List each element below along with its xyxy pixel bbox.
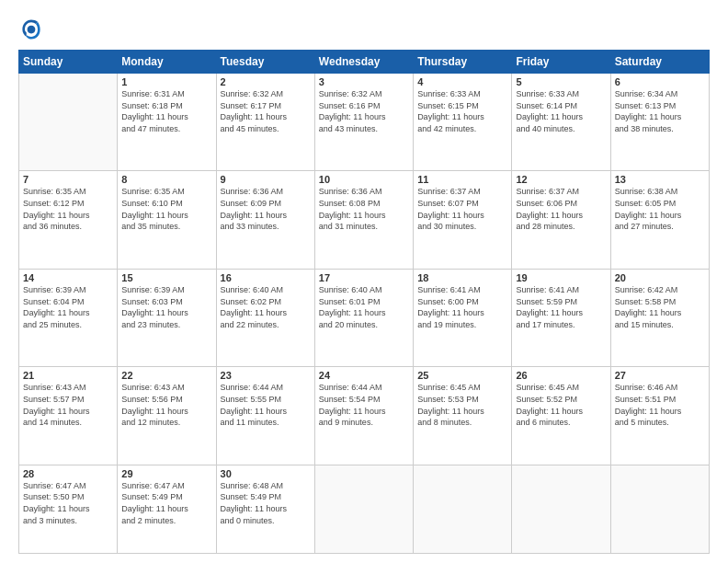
day-number: 27: [615, 370, 705, 381]
page: SundayMondayTuesdayWednesdayThursdayFrid…: [0, 0, 728, 563]
col-header-monday: Monday: [118, 51, 216, 74]
day-info: Sunrise: 6:45 AM Sunset: 5:52 PM Dayligh…: [516, 382, 606, 428]
day-number: 1: [121, 76, 211, 87]
col-header-friday: Friday: [512, 51, 610, 74]
week-row-2: 7Sunrise: 6:35 AM Sunset: 6:12 PM Daylig…: [19, 171, 710, 269]
day-cell: [414, 465, 512, 553]
day-info: Sunrise: 6:33 AM Sunset: 6:15 PM Dayligh…: [417, 88, 507, 134]
day-cell: 19Sunrise: 6:41 AM Sunset: 5:59 PM Dayli…: [512, 269, 610, 366]
day-info: Sunrise: 6:34 AM Sunset: 6:13 PM Dayligh…: [615, 88, 705, 134]
day-info: Sunrise: 6:44 AM Sunset: 5:55 PM Dayligh…: [221, 382, 311, 428]
day-info: Sunrise: 6:35 AM Sunset: 6:12 PM Dayligh…: [23, 186, 113, 232]
day-number: 4: [417, 76, 507, 87]
day-cell: 14Sunrise: 6:39 AM Sunset: 6:04 PM Dayli…: [19, 269, 118, 366]
col-header-sunday: Sunday: [19, 51, 118, 74]
day-info: Sunrise: 6:35 AM Sunset: 6:10 PM Dayligh…: [121, 186, 211, 232]
day-info: Sunrise: 6:47 AM Sunset: 5:50 PM Dayligh…: [23, 480, 113, 526]
day-info: Sunrise: 6:43 AM Sunset: 5:57 PM Dayligh…: [23, 382, 113, 428]
day-cell: 1Sunrise: 6:31 AM Sunset: 6:18 PM Daylig…: [118, 74, 216, 171]
day-number: 16: [221, 272, 311, 283]
day-info: Sunrise: 6:45 AM Sunset: 5:53 PM Dayligh…: [417, 382, 507, 428]
day-info: Sunrise: 6:36 AM Sunset: 6:08 PM Dayligh…: [319, 186, 409, 232]
day-cell: 15Sunrise: 6:39 AM Sunset: 6:03 PM Dayli…: [118, 269, 216, 366]
day-cell: 16Sunrise: 6:40 AM Sunset: 6:02 PM Dayli…: [216, 269, 314, 366]
day-number: 23: [221, 370, 311, 381]
week-row-5: 28Sunrise: 6:47 AM Sunset: 5:50 PM Dayli…: [19, 465, 710, 553]
day-info: Sunrise: 6:39 AM Sunset: 6:03 PM Dayligh…: [121, 284, 211, 330]
day-number: 30: [221, 468, 311, 479]
day-info: Sunrise: 6:31 AM Sunset: 6:18 PM Dayligh…: [121, 88, 211, 134]
day-info: Sunrise: 6:39 AM Sunset: 6:04 PM Dayligh…: [23, 284, 113, 330]
day-cell: 30Sunrise: 6:48 AM Sunset: 5:49 PM Dayli…: [216, 465, 314, 553]
day-info: Sunrise: 6:32 AM Sunset: 6:17 PM Dayligh…: [221, 88, 311, 134]
day-info: Sunrise: 6:40 AM Sunset: 6:02 PM Dayligh…: [221, 284, 311, 330]
day-info: Sunrise: 6:37 AM Sunset: 6:07 PM Dayligh…: [417, 186, 507, 232]
day-number: 24: [319, 370, 409, 381]
day-cell: 8Sunrise: 6:35 AM Sunset: 6:10 PM Daylig…: [118, 171, 216, 269]
day-info: Sunrise: 6:36 AM Sunset: 6:09 PM Dayligh…: [221, 186, 311, 232]
logo-icon: [18, 17, 44, 42]
day-number: 21: [23, 370, 113, 381]
day-number: 14: [23, 272, 113, 283]
day-number: 3: [319, 76, 409, 87]
col-header-tuesday: Tuesday: [216, 51, 314, 74]
day-number: 28: [23, 468, 113, 479]
day-cell: 10Sunrise: 6:36 AM Sunset: 6:08 PM Dayli…: [314, 171, 413, 269]
day-cell: 23Sunrise: 6:44 AM Sunset: 5:55 PM Dayli…: [216, 367, 314, 465]
day-number: 15: [121, 272, 211, 283]
day-number: 8: [121, 174, 211, 185]
col-header-saturday: Saturday: [610, 51, 709, 74]
header: [18, 17, 710, 42]
day-number: 25: [417, 370, 507, 381]
day-cell: [314, 465, 413, 553]
day-cell: 17Sunrise: 6:40 AM Sunset: 6:01 PM Dayli…: [314, 269, 413, 366]
day-info: Sunrise: 6:38 AM Sunset: 6:05 PM Dayligh…: [615, 186, 705, 232]
day-cell: 12Sunrise: 6:37 AM Sunset: 6:06 PM Dayli…: [512, 171, 610, 269]
day-number: 6: [615, 76, 705, 87]
day-number: 2: [221, 76, 311, 87]
day-number: 26: [516, 370, 606, 381]
day-info: Sunrise: 6:48 AM Sunset: 5:49 PM Dayligh…: [221, 480, 311, 526]
day-cell: 25Sunrise: 6:45 AM Sunset: 5:53 PM Dayli…: [414, 367, 512, 465]
day-cell: 13Sunrise: 6:38 AM Sunset: 6:05 PM Dayli…: [610, 171, 709, 269]
day-cell: [610, 465, 709, 553]
day-number: 9: [221, 174, 311, 185]
col-header-wednesday: Wednesday: [314, 51, 413, 74]
day-cell: 6Sunrise: 6:34 AM Sunset: 6:13 PM Daylig…: [610, 74, 709, 171]
day-number: 7: [23, 174, 113, 185]
day-cell: 9Sunrise: 6:36 AM Sunset: 6:09 PM Daylig…: [216, 171, 314, 269]
day-info: Sunrise: 6:46 AM Sunset: 5:51 PM Dayligh…: [615, 382, 705, 428]
day-cell: 7Sunrise: 6:35 AM Sunset: 6:12 PM Daylig…: [19, 171, 118, 269]
day-info: Sunrise: 6:43 AM Sunset: 5:56 PM Dayligh…: [121, 382, 211, 428]
header-row: SundayMondayTuesdayWednesdayThursdayFrid…: [19, 51, 710, 74]
day-cell: 18Sunrise: 6:41 AM Sunset: 6:00 PM Dayli…: [414, 269, 512, 366]
day-number: 5: [516, 76, 606, 87]
day-number: 10: [319, 174, 409, 185]
day-cell: 21Sunrise: 6:43 AM Sunset: 5:57 PM Dayli…: [19, 367, 118, 465]
day-cell: 22Sunrise: 6:43 AM Sunset: 5:56 PM Dayli…: [118, 367, 216, 465]
col-header-thursday: Thursday: [414, 51, 512, 74]
day-number: 12: [516, 174, 606, 185]
logo: [18, 17, 48, 42]
day-cell: 26Sunrise: 6:45 AM Sunset: 5:52 PM Dayli…: [512, 367, 610, 465]
day-info: Sunrise: 6:42 AM Sunset: 5:58 PM Dayligh…: [615, 284, 705, 330]
day-info: Sunrise: 6:44 AM Sunset: 5:54 PM Dayligh…: [319, 382, 409, 428]
day-info: Sunrise: 6:41 AM Sunset: 6:00 PM Dayligh…: [417, 284, 507, 330]
week-row-3: 14Sunrise: 6:39 AM Sunset: 6:04 PM Dayli…: [19, 269, 710, 366]
day-number: 29: [121, 468, 211, 479]
day-number: 13: [615, 174, 705, 185]
day-info: Sunrise: 6:32 AM Sunset: 6:16 PM Dayligh…: [319, 88, 409, 134]
day-number: 17: [319, 272, 409, 283]
calendar-table: SundayMondayTuesdayWednesdayThursdayFrid…: [18, 50, 710, 554]
day-cell: 29Sunrise: 6:47 AM Sunset: 5:49 PM Dayli…: [118, 465, 216, 553]
day-info: Sunrise: 6:41 AM Sunset: 5:59 PM Dayligh…: [516, 284, 606, 330]
day-cell: [512, 465, 610, 553]
day-cell: 27Sunrise: 6:46 AM Sunset: 5:51 PM Dayli…: [610, 367, 709, 465]
day-info: Sunrise: 6:40 AM Sunset: 6:01 PM Dayligh…: [319, 284, 409, 330]
day-info: Sunrise: 6:37 AM Sunset: 6:06 PM Dayligh…: [516, 186, 606, 232]
day-info: Sunrise: 6:33 AM Sunset: 6:14 PM Dayligh…: [516, 88, 606, 134]
day-number: 18: [417, 272, 507, 283]
day-number: 19: [516, 272, 606, 283]
week-row-4: 21Sunrise: 6:43 AM Sunset: 5:57 PM Dayli…: [19, 367, 710, 465]
day-cell: [19, 74, 118, 171]
